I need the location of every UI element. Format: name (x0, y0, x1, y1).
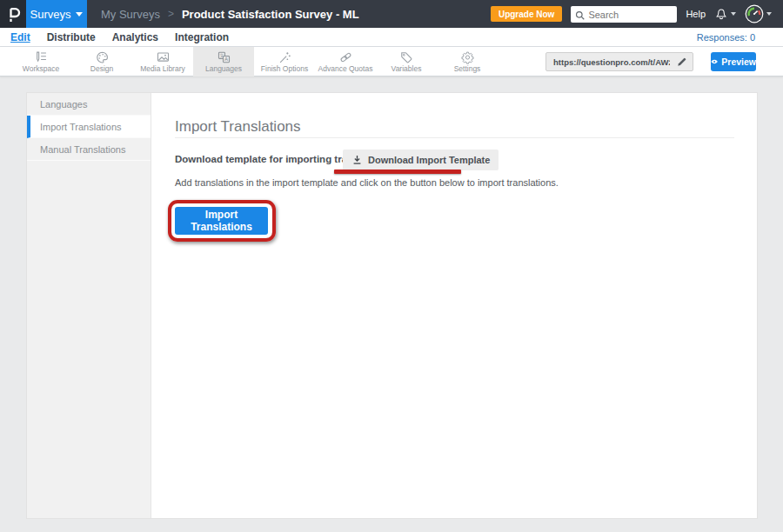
toolbar-item-label: Settings (454, 64, 481, 73)
media-library-icon (156, 51, 171, 63)
toolbar-item-settings[interactable]: Settings (437, 47, 498, 76)
breadcrumb-my-surveys[interactable]: My Surveys (101, 8, 160, 21)
languages-icon: 文A (217, 51, 231, 63)
sidebar-item-label: Import Translations (40, 122, 122, 132)
tab-edit[interactable]: Edit (10, 31, 30, 43)
chevron-down-icon (731, 12, 736, 16)
eye-icon (711, 57, 718, 66)
sidebar-item-label: Languages (40, 99, 87, 110)
help-link[interactable]: Help (686, 9, 706, 19)
toolbar-item-languages[interactable]: 文A Languages (193, 47, 254, 76)
toolbar-item-label: Media Library (140, 64, 185, 73)
sidebar-item-languages[interactable]: Languages (27, 93, 151, 116)
tab-distribute[interactable]: Distribute (47, 31, 96, 43)
search-input[interactable] (571, 6, 677, 23)
preview-button[interactable]: Preview (711, 52, 756, 71)
survey-url-input[interactable] (546, 57, 672, 67)
toolbar-item-media-library[interactable]: Media Library (132, 47, 193, 76)
nav-tabs: Edit Distribute Analytics Integration (0, 31, 229, 43)
workspace-icon (34, 51, 49, 63)
pencil-icon (677, 57, 687, 67)
heading-divider (175, 137, 734, 138)
design-palette-icon (95, 51, 110, 63)
import-translations-button[interactable]: Import Translations (175, 207, 268, 235)
svg-text:A: A (224, 57, 228, 62)
notifications-menu[interactable] (714, 7, 736, 22)
chevron-down-icon (766, 12, 772, 16)
avatar-gauge-icon (745, 4, 764, 23)
topbar-right-cluster: Upgrade Now Help (491, 4, 783, 23)
breadcrumb-separator: > (168, 8, 174, 20)
toolbar-item-label: Finish Options (261, 64, 308, 73)
surveys-menu[interactable]: Surveys (26, 0, 87, 28)
languages-panel: Languages Import Translations Manual Tra… (26, 92, 758, 519)
questionpro-logo-icon (4, 3, 22, 24)
gear-icon (460, 51, 475, 63)
survey-url-box (545, 52, 693, 71)
top-bar: Surveys My Surveys > Product Satisfactio… (0, 0, 783, 28)
sidebar-item-manual-translations[interactable]: Manual Translations (27, 138, 151, 161)
import-translations-section: Import Translations Download template fo… (151, 93, 757, 518)
instruction-text: Add translations in the import template … (175, 177, 559, 188)
magic-wand-icon (278, 51, 292, 63)
account-menu[interactable] (745, 4, 772, 23)
responses-count[interactable]: Responses: 0 (697, 32, 783, 43)
toolbar-item-label: Variables (392, 64, 422, 73)
download-button-label: Download Import Template (368, 155, 490, 165)
download-icon (351, 154, 363, 166)
bell-icon (714, 7, 728, 22)
edit-toolbar: Workspace Design Media Library 文A Langua… (0, 47, 783, 76)
questionpro-app: Surveys My Surveys > Product Satisfactio… (0, 0, 783, 532)
tag-icon (399, 51, 414, 63)
sidebar-item-label: Manual Translations (40, 144, 125, 155)
toolbar-item-design[interactable]: Design (71, 47, 132, 76)
page-title: Import Translations (175, 118, 301, 136)
tab-analytics[interactable]: Analytics (112, 31, 158, 43)
questionpro-logo[interactable] (0, 0, 26, 28)
chain-links-icon (338, 51, 353, 63)
global-search (571, 6, 677, 23)
toolbar-item-variables[interactable]: Variables (376, 47, 437, 76)
sidebar-item-import-translations[interactable]: Import Translations (27, 116, 151, 138)
toolbar-item-label: Languages (205, 64, 242, 73)
surveys-menu-label: Surveys (30, 8, 71, 21)
toolbar-item-finish-options[interactable]: Finish Options (254, 47, 315, 76)
toolbar-item-label: Workspace (23, 64, 59, 73)
edit-url-button[interactable] (672, 53, 693, 70)
toolbar-item-workspace[interactable]: Workspace (10, 47, 71, 76)
download-import-template-button[interactable]: Download Import Template (343, 150, 499, 170)
preview-button-label: Preview (721, 57, 756, 67)
annotation-underline (334, 170, 461, 174)
languages-sidebar: Languages Import Translations Manual Tra… (27, 93, 151, 518)
chevron-down-icon (76, 12, 83, 17)
upgrade-now-button[interactable]: Upgrade Now (491, 6, 562, 22)
survey-nav: Edit Distribute Analytics Integration Re… (0, 28, 783, 47)
tab-integration[interactable]: Integration (175, 31, 229, 43)
toolbar-item-label: Design (90, 64, 113, 73)
toolbar-item-label: Advance Quotas (318, 64, 373, 73)
toolbar-item-advance-quotas[interactable]: Advance Quotas (315, 47, 376, 76)
search-icon (575, 9, 586, 24)
survey-title: Product Satisfaction Survey - ML (182, 8, 359, 21)
